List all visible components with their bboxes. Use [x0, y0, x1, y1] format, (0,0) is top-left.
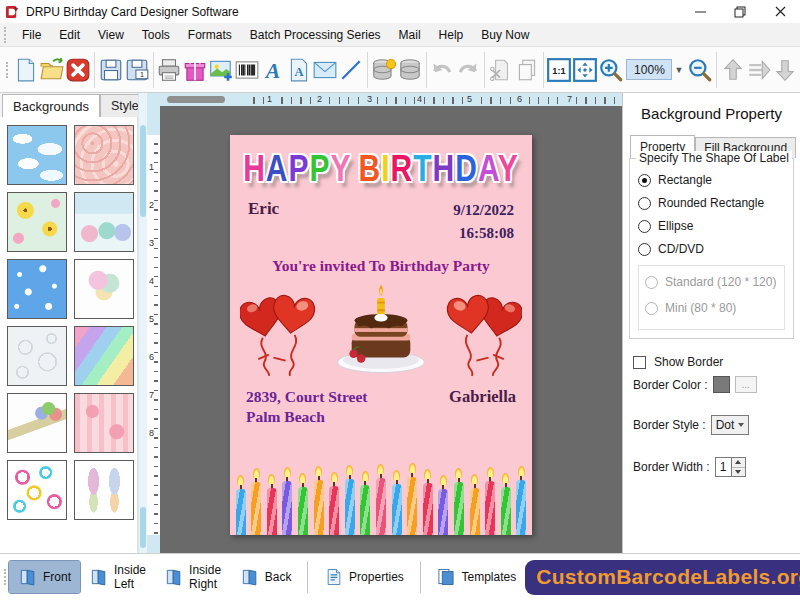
card-title[interactable]: HAPPYBIRTHDAY	[230, 148, 532, 189]
background-thumbnail-floral-pink[interactable]	[74, 125, 134, 185]
menu-buy-now[interactable]: Buy Now	[472, 24, 538, 46]
show-border-option[interactable]: Show Border	[633, 355, 790, 369]
minimize-icon[interactable]	[680, 0, 720, 23]
stepper-down-icon[interactable]	[732, 467, 745, 477]
undo-button[interactable]	[429, 53, 455, 87]
radio-icon[interactable]	[638, 174, 651, 187]
candles-border-image[interactable]	[230, 459, 532, 535]
background-thumbnail-hearts-outline[interactable]	[7, 460, 67, 520]
background-thumbnail-flower-streamers[interactable]	[74, 460, 134, 520]
background-thumbnail-happy-birthday[interactable]	[7, 393, 67, 453]
card-message[interactable]: You're invited To Birthday Party	[230, 257, 532, 275]
save-button[interactable]	[98, 53, 124, 87]
menu-mail[interactable]: Mail	[390, 24, 430, 46]
insert-image-button[interactable]	[208, 53, 234, 87]
menu-edit[interactable]: Edit	[50, 24, 89, 46]
card-address[interactable]: 2839, Court Street Palm Beach	[246, 387, 368, 429]
stepper-up-icon[interactable]	[732, 458, 745, 467]
new-document-button[interactable]	[13, 53, 39, 87]
scrollbar-thumb[interactable]	[140, 125, 146, 217]
zoom-level-value[interactable]: 100%	[626, 59, 672, 80]
border-style-select[interactable]: Dot	[711, 415, 750, 435]
candle-body	[282, 481, 292, 535]
radio-icon[interactable]	[638, 220, 651, 233]
inside-left-button[interactable]: Inside Left	[80, 557, 155, 597]
canvas-area[interactable]: 1234567 HAPPYBIRTHDAY Eric 9/12/2022 16:…	[160, 93, 622, 553]
birthday-cake-image[interactable]	[329, 283, 433, 379]
menu-formats[interactable]: Formats	[179, 24, 241, 46]
zoom-in-button[interactable]	[598, 53, 624, 87]
zoom-dropdown-icon[interactable]: ▼	[672, 59, 685, 80]
background-thumbnail-daisies-mint[interactable]	[7, 192, 67, 252]
inside-right-button[interactable]: Inside Right	[155, 557, 231, 597]
gift-button[interactable]	[182, 53, 208, 87]
zoom-out-button[interactable]	[687, 53, 713, 87]
print-button[interactable]	[156, 53, 182, 87]
menu-tools[interactable]: Tools	[133, 24, 179, 46]
border-color-picker-button[interactable]: ...	[735, 376, 757, 393]
properties-button[interactable]: Properties	[315, 561, 413, 593]
heart-balloons-right-image[interactable]	[446, 283, 522, 379]
draw-line-icon	[338, 57, 364, 83]
show-border-checkbox[interactable]	[633, 356, 646, 369]
tab-backgrounds[interactable]: Backgrounds	[2, 94, 100, 117]
front-button[interactable]: Front	[9, 561, 80, 593]
redo-button[interactable]	[455, 53, 481, 87]
zoom-fit-button[interactable]	[572, 53, 598, 87]
menu-view[interactable]: View	[89, 24, 133, 46]
menu-batch-processing-series[interactable]: Batch Processing Series	[241, 24, 390, 46]
barcode-button[interactable]	[234, 53, 260, 87]
database-button[interactable]	[397, 53, 423, 87]
background-thumbnail-clouds-blue[interactable]	[7, 125, 67, 185]
shape-option-ellipse[interactable]: Ellipse	[638, 219, 785, 233]
back-button[interactable]: Back	[231, 561, 301, 593]
text-document-button[interactable]: A	[286, 53, 312, 87]
radio-icon[interactable]	[638, 197, 651, 210]
restore-icon[interactable]	[720, 0, 760, 23]
shape-option-rectangle[interactable]: Rectangle	[638, 173, 785, 187]
scrollbar-segment[interactable]	[140, 507, 146, 548]
heart-balloons-left-image[interactable]	[240, 283, 316, 379]
card-date[interactable]: 9/12/2022	[453, 202, 514, 218]
zoom-actual-button[interactable]: 1:1	[546, 53, 572, 87]
menu-file[interactable]: File	[13, 24, 50, 46]
zoom-level-select[interactable]: 100%▼	[626, 59, 685, 80]
background-thumbnail-stars-blue[interactable]	[7, 259, 67, 319]
background-thumbnail-balloons-pastel[interactable]	[74, 259, 134, 319]
card-title-letter: B	[359, 148, 382, 188]
card-time[interactable]: 16:58:08	[459, 225, 514, 241]
mail-envelope-button[interactable]	[312, 53, 338, 87]
radio-icon	[645, 276, 658, 289]
font-button[interactable]: A	[260, 53, 286, 87]
shape-option-cd-dvd[interactable]: CD/DVD	[638, 242, 785, 256]
border-color-swatch[interactable]	[713, 376, 730, 393]
card-title-letter: A	[266, 148, 289, 188]
backgrounds-scrollbar[interactable]	[138, 93, 147, 553]
copy-button[interactable]	[514, 53, 540, 87]
draw-line-button[interactable]	[338, 53, 364, 87]
horizontal-ruler-thumb[interactable]	[167, 96, 225, 103]
background-thumbnail-tiedye-rainbow[interactable]	[74, 326, 134, 386]
move-up-button[interactable]	[720, 53, 746, 87]
border-width-stepper[interactable]: 1	[715, 457, 746, 477]
bring-forward-button[interactable]	[746, 53, 772, 87]
close-icon[interactable]	[760, 0, 800, 23]
background-thumbnail-hearts-pink[interactable]	[74, 393, 134, 453]
menu-help[interactable]: Help	[430, 24, 473, 46]
card-recipient-name[interactable]: Eric	[248, 199, 279, 246]
background-thumbnail-teddy-pastel[interactable]	[74, 192, 134, 252]
database-new-button[interactable]	[371, 53, 397, 87]
card-preview[interactable]: HAPPYBIRTHDAY Eric 9/12/2022 16:58:08 Yo…	[230, 135, 532, 535]
card-sender-name[interactable]: Gabriella	[449, 387, 516, 429]
candle-body	[360, 485, 370, 535]
close-red-button[interactable]	[65, 53, 91, 87]
card-datetime[interactable]: 9/12/2022 16:58:08	[453, 199, 514, 246]
move-down-button[interactable]	[772, 53, 798, 87]
radio-icon[interactable]	[638, 243, 651, 256]
open-folder-button[interactable]	[39, 53, 65, 87]
templates-button[interactable]: Templates	[427, 561, 525, 593]
cut-button[interactable]	[488, 53, 514, 87]
background-thumbnail-bubbles-white[interactable]	[7, 326, 67, 386]
save-as-button[interactable]: 1	[124, 53, 150, 87]
shape-option-rounded-rectangle[interactable]: Rounded Rectangle	[638, 196, 785, 210]
